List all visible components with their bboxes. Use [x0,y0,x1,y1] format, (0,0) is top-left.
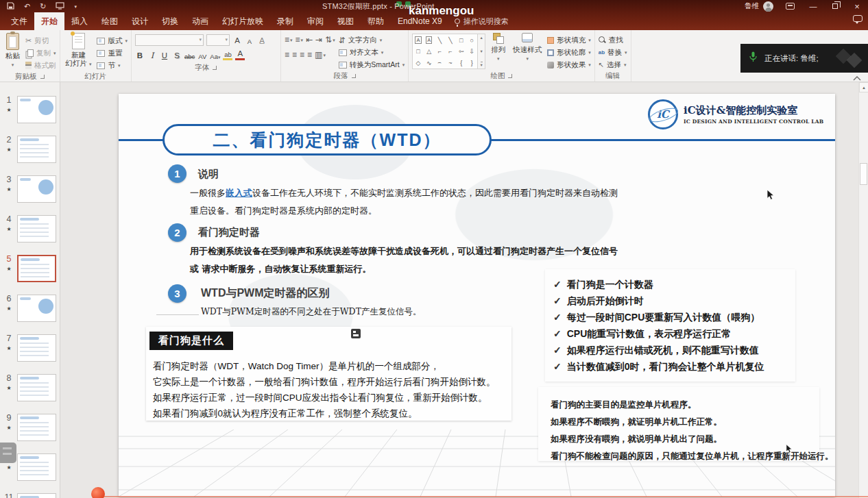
change-case-button[interactable]: Aa▾ [210,49,220,60]
reset-button[interactable]: 重置 [97,47,128,59]
definition-text-box[interactable]: 看门狗是什么 看门狗定时器（WDT，Watch Dog Timer）是单片机的一… [146,327,511,421]
arrow-down-shape-icon[interactable]: ⇩ [470,48,475,55]
collapse-ribbon-icon[interactable] [852,72,862,84]
slide-thumbnail[interactable] [17,175,56,203]
dialog-launcher-icon[interactable] [508,74,512,78]
qat-customize-icon[interactable]: ▾ [74,4,77,9]
start-presentation-icon[interactable] [56,0,64,12]
curve-shape-icon[interactable]: ~ [448,60,452,66]
tab-transitions[interactable]: 切换 [155,12,185,30]
thumbnail-item-8[interactable]: 8★ [0,368,60,408]
slide-thumbnail[interactable] [17,453,56,481]
replace-button[interactable]: ab替换▾ [599,47,627,58]
slide-thumbnail[interactable] [17,493,56,498]
tab-draw[interactable]: 绘图 [95,12,125,30]
minimize-button[interactable]: — [802,0,824,12]
thumbnail-item-9[interactable]: 9★ [0,408,60,447]
thumbnail-item-3[interactable]: 3★ [0,169,60,209]
slide-thumbnail[interactable] [17,96,56,123]
slide-thumbnail[interactable] [17,334,56,362]
freeform-shape-icon[interactable]: ◇ [416,60,421,66]
section-1-heading[interactable]: 说明 [198,168,219,181]
tab-view[interactable]: 视图 [330,12,361,30]
slide-thumbnail[interactable] [17,215,56,242]
account-name[interactable]: 鲁维 [745,1,759,11]
layout-button[interactable]: 版式▾ [97,35,128,47]
paste-button[interactable]: 粘贴 ▾ [3,32,22,71]
undo-icon[interactable]: ↶ [24,3,30,10]
scribble-shape-icon[interactable]: ∿ [426,60,432,66]
grow-font-button[interactable]: A [232,34,242,45]
tab-record[interactable]: 录制 [270,12,300,30]
summary-text-box[interactable]: 看门狗的主要目的是监控单片机程序。 如果程序不断喂狗，就证明单片机工作正常。 如… [538,387,819,461]
slide-thumbnail[interactable] [17,295,56,322]
checklist-text-box[interactable]: ✓看门狗是一个计数器 ✓启动后开始倒计时 ✓每过一段时间CPU要重新写入计数值（… [545,269,795,382]
convert-smartart-button[interactable]: 转换为SmartArt▾ [339,59,405,71]
slide-thumbnail[interactable] [17,414,56,441]
thumbnail-item-4[interactable]: 4★ [0,209,60,249]
shape-effects-button[interactable]: 形状效果▾ [547,59,591,71]
section-button[interactable]: 节▾ [97,60,128,71]
rounded-rectangle-shape-icon[interactable]: □ [416,48,420,55]
thumbnail-item-1[interactable]: 1★ [0,90,60,129]
restore-button[interactable] [824,0,846,12]
copy-button[interactable]: 复制▾ [25,47,56,59]
elbow-connector-icon[interactable]: ⌐ [438,48,442,55]
dialog-launcher-icon[interactable] [352,74,356,78]
strikethrough-button[interactable]: abc [184,49,195,60]
tab-slideshow[interactable]: 幻灯片放映 [215,12,270,30]
slide-thumbnail[interactable] [17,255,56,282]
slide-5-canvas[interactable]: 二、看门狗定时器（WTD） iC iC设计&智能控制实验室 IC DESIGN … [119,94,835,497]
select-button[interactable]: ↖选择▾ [599,59,627,71]
save-icon[interactable] [7,0,14,12]
character-spacing-button[interactable]: AV [197,49,207,60]
gallery-up-icon[interactable]: ▴ [481,35,483,40]
cut-button[interactable]: ✂剪切 [25,35,56,47]
arrow-left-shape-icon[interactable]: ⇦ [459,48,464,55]
dialog-launcher-icon[interactable] [213,66,217,70]
font-color-button[interactable]: A [235,49,245,60]
font-size-input[interactable] [206,34,230,46]
shape-fill-button[interactable]: 形状填充▾ [547,34,591,46]
numbering-icon[interactable]: ≡▾ [296,35,304,45]
thumbnail-item-11[interactable]: 11 [0,487,60,498]
underline-button[interactable]: U [160,49,169,60]
tab-help[interactable]: 帮助 [361,12,391,30]
font-name-input[interactable] [135,34,204,46]
find-button[interactable]: 查找 [599,34,627,46]
tab-home[interactable]: 开始 [34,12,64,30]
rectangle-shape-icon[interactable]: □ [459,37,463,44]
slide-thumbnail[interactable] [17,136,56,163]
clear-formatting-button[interactable]: A̲ [257,34,267,45]
close-button[interactable]: × [846,0,868,12]
section-3-body[interactable]: WDT与PWM定时器的不同之处在于WDT产生复位信号。 [201,303,421,321]
avatar[interactable] [763,1,773,12]
picture-placeholder-icon[interactable] [351,329,361,338]
section-1-body[interactable]: 一般很多嵌入式设备工作在无人环境下，不能实时监测系统工作的状态，因此需要用看门狗… [190,184,618,220]
tab-review[interactable]: 审阅 [300,12,330,30]
slide-title-box[interactable]: 二、看门狗定时器（WTD） [162,124,492,155]
thumbnail-item-2[interactable]: 2★ [0,129,60,169]
oval-shape-icon[interactable]: ○ [470,37,474,44]
thumbnail-item-5-selected[interactable]: 5★ [0,249,60,288]
tab-file[interactable]: 文件 [4,12,34,30]
triangle-shape-icon[interactable]: △ [426,48,431,55]
slide-thumbnail[interactable] [17,374,56,401]
text-box-shape-icon[interactable]: A [415,36,421,44]
right-brace-shape-icon[interactable]: } [471,60,473,66]
decrease-indent-icon[interactable]: ⇤ [306,35,313,45]
line-spacing-icon[interactable]: ⇅▾ [325,35,335,45]
text-direction-button[interactable]: ⇵文字方向▾ [339,34,405,46]
gallery-down-icon[interactable]: ▾ [481,49,483,54]
align-left-icon[interactable]: ≡ [285,50,289,60]
shapes-gallery[interactable]: A A ╲ ╲ □ ○ □ △ ⌐ ⌐ ⇦ ⇩ ◇ ∿ ⌢ ~ { [412,34,478,69]
align-text-button[interactable]: 对齐文本▾ [339,47,405,58]
arrange-button[interactable]: 排列 ▾ [489,32,507,71]
shapes-gallery-scroll[interactable]: ▴ ▾ ▾ [478,34,485,69]
align-center-icon[interactable]: ≡ [292,50,297,60]
dialog-launcher-icon[interactable] [40,75,45,79]
scrollbar-thumb[interactable] [860,163,867,185]
arc-shape-icon[interactable]: ⌢ [437,59,442,66]
tab-animations[interactable]: 动画 [185,12,215,30]
text-box-shape-icon[interactable]: A [426,36,432,44]
